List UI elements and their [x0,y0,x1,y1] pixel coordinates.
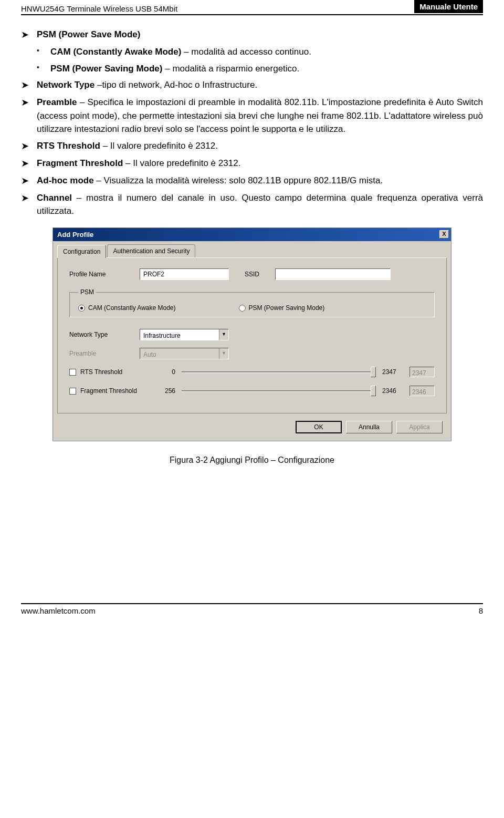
tab-row: Configuration Authentication and Securit… [53,241,451,257]
dialog-button-row: OK Annulla Applica [53,418,451,441]
chevron-down-icon: ▼ [219,348,228,359]
rts-checkbox[interactable] [69,369,76,376]
radio-icon [78,305,85,312]
frag-value: 2346 [410,386,435,396]
fragment-threshold-label: Fragment Threshold [80,386,137,396]
tab-auth-security[interactable]: Authentication and Security [107,244,195,257]
arrow-icon: ➤ [21,96,32,136]
body-text: ➤ PSM (Power Save Mode) • CAM (Constantl… [21,28,483,467]
rts-max: 2347 [382,367,403,377]
frag-max: 2346 [382,386,403,396]
close-icon[interactable]: X [439,230,449,239]
dot-icon: • [37,62,45,76]
network-type-select[interactable]: Infrastructure ▼ [140,329,229,340]
slider-thumb-icon [371,386,376,396]
page-number: 8 [479,606,483,615]
cancel-button[interactable]: Annulla [346,421,392,433]
arrow-icon: ➤ [21,174,32,188]
rts-threshold-label: RTS Threshold [80,367,122,377]
tab-configuration[interactable]: Configuration [57,245,106,258]
profile-name-input[interactable] [140,268,229,280]
ssid-label: SSID [236,270,268,279]
arrow-icon: ➤ [21,78,32,92]
tab-panel-configuration: Profile Name SSID PSM CAM (Constantly Aw… [57,257,447,413]
rts-value: 2347 [410,367,435,377]
arrow-icon: ➤ [21,139,32,153]
arrow-icon: ➤ [21,157,32,171]
footer-url: www.hamletcom.com [21,606,96,615]
psm-groupbox: PSM CAM (Constantly Awake Mode) PSM (Pow… [69,287,435,317]
preamble-label: Preamble [69,349,132,358]
network-type-label: Network Type [69,330,132,339]
preamble-select: Auto ▼ [140,348,229,359]
slider-thumb-icon [371,367,376,377]
dialog-title: Add Profile [57,230,93,240]
radio-icon [239,305,246,312]
ssid-input[interactable] [275,268,391,280]
profile-name-label: Profile Name [69,270,132,279]
figure-caption: Figura 3-2 Aggiungi Profilo – Configuraz… [21,454,483,467]
arrow-icon: ➤ [21,191,32,218]
frag-min: 256 [154,386,175,396]
apply-button: Applica [396,421,443,433]
rts-slider[interactable] [182,367,376,377]
chevron-down-icon: ▼ [219,329,228,340]
arrow-icon: ➤ [21,28,32,42]
psm-legend: PSM [78,287,96,297]
product-name: HNWU254G Terminale Wireless USB 54Mbit [21,4,177,13]
dialog-titlebar: Add Profile X [53,228,451,242]
fragment-checkbox[interactable] [69,388,76,395]
psm-heading: PSM (Power Save Mode) [37,29,140,39]
doc-header: HNWU254G Terminale Wireless USB 54Mbit M… [21,0,483,15]
radio-cam[interactable]: CAM (Constantly Awake Mode) [78,303,176,313]
fragment-slider[interactable] [182,386,376,396]
dot-icon: • [37,45,45,59]
rts-min: 0 [154,367,175,377]
add-profile-dialog: Add Profile X Configuration Authenticati… [52,227,452,442]
doc-footer: www.hamletcom.com 8 [21,603,483,615]
ok-button[interactable]: OK [296,421,342,433]
radio-psm[interactable]: PSM (Power Saving Mode) [239,303,325,313]
doc-title-badge: Manuale Utente [414,0,483,13]
